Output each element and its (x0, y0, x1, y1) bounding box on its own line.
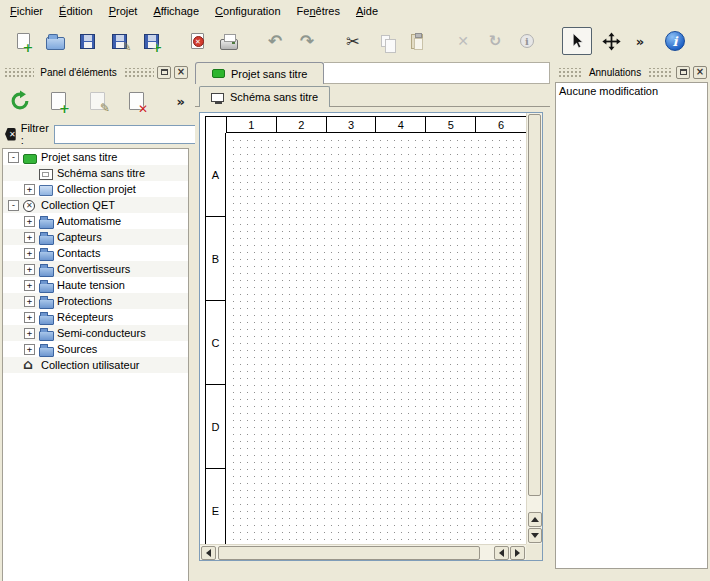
expander-icon[interactable]: + (24, 312, 35, 323)
tab-projet-sans-titre[interactable]: Projet sans titre (195, 62, 324, 84)
expander-icon[interactable]: + (24, 184, 35, 195)
expander-icon[interactable]: + (24, 280, 35, 291)
save-icon (80, 34, 95, 49)
qet-main-window: { "menu": { "items": [ { "pre": "", "key… (0, 0, 710, 581)
vertical-scrollbar-thumb[interactable] (528, 114, 541, 496)
elements-panel-title: Panel d'éléments (37, 67, 119, 78)
column-header: 3 (327, 117, 377, 132)
expander-icon[interactable]: + (24, 264, 35, 275)
tree-item-convertisseurs[interactable]: +Convertisseurs (3, 261, 188, 277)
column-header: 2 (277, 117, 327, 132)
reload-collections-button[interactable] (6, 88, 33, 115)
float-dock-button[interactable] (676, 66, 690, 79)
scroll-left-button[interactable] (201, 546, 216, 560)
tree-item-capteurs[interactable]: +Capteurs (3, 229, 188, 245)
scroll-left-button[interactable] (494, 546, 509, 560)
tree-item-semi-conducteurs[interactable]: +Semi-conducteurs (3, 325, 188, 341)
dock-drag-handle[interactable] (647, 68, 673, 77)
folder-icon (39, 343, 53, 356)
tree-item-collection-qet[interactable]: -Collection QET (3, 197, 188, 213)
horizontal-scrollbar-thumb[interactable] (218, 546, 480, 560)
rotate-button[interactable] (480, 27, 510, 55)
main-toolbar: + ✎ + » (0, 22, 710, 60)
select-tool-button[interactable] (562, 27, 592, 55)
clear-filter-button[interactable] (5, 128, 16, 141)
scroll-up-button[interactable] (528, 512, 542, 527)
tree-item-automatisme[interactable]: +Automatisme (3, 213, 188, 229)
float-dock-button[interactable] (157, 66, 171, 79)
move-tool-button[interactable] (596, 27, 626, 55)
menu-affichage[interactable]: Affichage (145, 1, 207, 21)
dock-drag-handle[interactable] (557, 68, 583, 77)
tree-item-contacts[interactable]: +Contacts (3, 245, 188, 261)
about-wrap (660, 27, 690, 55)
menu-configuration[interactable]: Configuration (207, 1, 288, 21)
save-all-button[interactable]: + (136, 27, 166, 55)
pencil-badge-icon: ✎ (100, 103, 110, 113)
expander-icon[interactable]: + (24, 344, 35, 355)
tree-item-protections[interactable]: +Protections (3, 293, 188, 309)
redo-button[interactable] (292, 27, 322, 55)
menu-edition[interactable]: Édition (51, 1, 101, 21)
copy-icon (381, 35, 390, 47)
delete-element-button[interactable]: ✕ (123, 88, 150, 115)
delete-icon (457, 33, 469, 49)
expander-icon[interactable]: + (24, 328, 35, 339)
expander-icon[interactable]: - (8, 152, 19, 163)
tree-item-recepteurs[interactable]: +Récepteurs (3, 309, 188, 325)
print-button[interactable] (214, 27, 244, 55)
tree-item-collection-utilisateur[interactable]: Collection utilisateur (3, 357, 188, 373)
paste-button[interactable] (402, 27, 432, 55)
copy-button[interactable] (370, 27, 400, 55)
tree-item-sources[interactable]: +Sources (3, 341, 188, 357)
expander-icon[interactable]: - (8, 200, 19, 211)
tree-item-haute-tension[interactable]: +Haute tension (3, 277, 188, 293)
horizontal-scrollbar[interactable] (200, 544, 526, 560)
menu-projet[interactable]: Projet (101, 1, 146, 21)
paste-icon (411, 34, 423, 49)
open-file-button[interactable] (40, 27, 70, 55)
panel-overflow-button[interactable]: » (177, 95, 185, 108)
filter-input[interactable] (54, 125, 204, 144)
about-button[interactable] (660, 27, 690, 55)
menu-fichier[interactable]: Fichier (2, 1, 51, 21)
dock-drag-handle[interactable] (123, 68, 154, 77)
close-file-button[interactable] (182, 27, 212, 55)
delete-button[interactable] (448, 27, 478, 55)
tree-item-schema[interactable]: Schéma sans titre (3, 165, 188, 181)
arrow-left-icon (206, 549, 211, 557)
save-as-button[interactable]: ✎ (104, 27, 134, 55)
new-file-button[interactable]: + (8, 27, 38, 55)
filter-label: Filtrer : (21, 122, 49, 146)
diagram-grid-canvas[interactable] (227, 134, 526, 544)
row-header: E (206, 469, 225, 544)
undo-button[interactable] (260, 27, 290, 55)
info-button[interactable] (512, 27, 542, 55)
dock-drag-handle[interactable] (3, 68, 34, 77)
project-tabbar: Projet sans titre (195, 62, 550, 84)
expander-icon[interactable]: + (24, 248, 35, 259)
tree-item-project[interactable]: -Projet sans titre (3, 149, 188, 165)
new-element-button[interactable]: + (45, 88, 72, 115)
float-icon (680, 69, 687, 75)
scroll-right-button[interactable] (510, 546, 525, 560)
vertical-scrollbar[interactable] (526, 113, 542, 544)
tab-schema-sans-titre[interactable]: Schéma sans titre (199, 86, 330, 107)
edit-element-button[interactable]: ✎ (84, 88, 111, 115)
undo-list-item[interactable]: Aucune modification (556, 83, 707, 99)
column-header: 5 (426, 117, 476, 132)
close-dock-button[interactable] (174, 66, 188, 79)
menu-fenetres[interactable]: Fenêtres (289, 1, 348, 21)
close-dock-button[interactable] (693, 66, 707, 79)
scroll-down-button[interactable] (528, 528, 542, 543)
expander-icon[interactable]: + (24, 232, 35, 243)
toolbar-overflow-button[interactable]: » (630, 27, 650, 55)
elements-panel-titlebar: Panel d'éléments (3, 64, 188, 80)
expander-icon[interactable]: + (24, 296, 35, 307)
expander-icon[interactable]: + (24, 216, 35, 227)
tree-item-collection-projet[interactable]: +Collection projet (3, 181, 188, 197)
menu-aide[interactable]: Aide (348, 1, 386, 21)
save-as-icon: ✎ (112, 34, 127, 49)
save-button[interactable] (72, 27, 102, 55)
cut-button[interactable] (338, 27, 368, 55)
